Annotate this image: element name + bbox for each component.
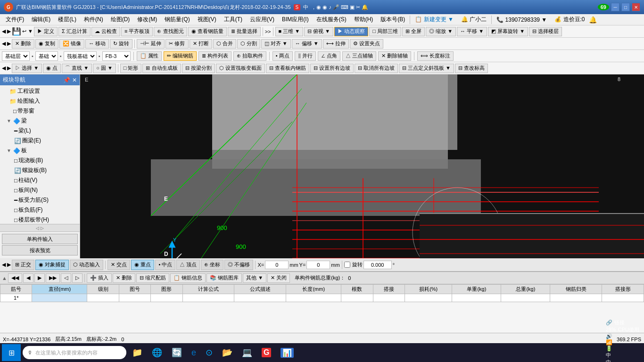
bp-insert[interactable]: ➕ 插入 [87,273,112,283]
draw-rect[interactable]: □ 矩形 [120,64,142,73]
tray-ime[interactable]: 中 [603,359,642,362]
draw-select[interactable]: ▷ 选择 ▼ [12,64,42,73]
tree-scroll-bar[interactable]: ◁ ▷ [0,224,80,231]
tb2-offset[interactable]: ↔ 偏移 ▼ [292,39,322,49]
path-pickup-btn[interactable]: ⊕ 抬取构件 [233,51,266,61]
draw-split-beam[interactable]: ⊟ 按梁分割 [182,64,215,73]
draw-point[interactable]: ◉ 点 [43,64,61,73]
y-input[interactable] [306,261,330,269]
menu-rebar-qty[interactable]: 钢筋量(Q) [161,15,193,25]
tb-screen-rotate[interactable]: ◩ 屏幕旋转 ▼ [488,27,528,36]
menu-phone[interactable]: 📞 13907298339 ▼ [493,16,551,24]
snap-object[interactable]: ◉ 对象捕捉 [35,260,69,270]
tb2-trim[interactable]: ✂ 修剪 [165,39,188,49]
path-edit-rebar-btn[interactable]: ✏ 编辑钢筋 [164,51,197,61]
tb-dynamic-obs[interactable]: ▶ 动态观察 [334,27,368,36]
taskbar-app-pc[interactable]: 💻 [238,344,256,361]
tree-item-strip-window[interactable]: □ 带形窗 [1,106,79,116]
tree-item-project-settings[interactable]: 📁 工程设置 [1,86,79,96]
menu-cloud[interactable]: 云应用(V) [246,15,278,25]
taskbar-app-ggj[interactable]: 📊 [277,344,297,361]
path-subtype-select[interactable]: 筏板基础 [64,51,97,61]
tb2-rotate[interactable]: ↻ 旋转 [110,39,132,49]
tree-item-pillar-foot[interactable]: □ 柱础(V) [1,175,79,185]
tray-lang[interactable]: 中 [603,352,642,359]
taskbar-app-folder[interactable]: 📂 [218,344,236,361]
tb-batch-select[interactable]: ≣ 批量选择 [228,27,261,36]
taskbar-app-file[interactable]: 📁 [128,344,146,361]
menu-tools[interactable]: 工具(T) [220,15,246,25]
tb2-merge[interactable]: ⬡ 合并 [213,39,236,49]
leftpanel-close[interactable]: ✕ [72,77,77,83]
draw-set-section[interactable]: ⬡ 设置筏板变截面 [216,64,265,73]
draw-slope-def[interactable]: ⊟ 三点定义斜筏板 ▼ [399,64,454,73]
bp-rebar-info[interactable]: 📋 钢筋信息 [170,273,206,283]
tree-item-beam-l[interactable]: ━ 梁(L) [1,126,79,136]
tb2-split[interactable]: ⬡ 分割 [237,39,260,49]
path-layer-select[interactable]: 基础层 [2,51,30,61]
close-btn[interactable]: ✕ [632,3,640,11]
bp-rebar-lib[interactable]: 📚 钢筋图库 [206,273,242,283]
bp-close[interactable]: ✕ 关闭 [267,273,290,283]
path-type-select[interactable]: 基础 [35,51,58,61]
bp-resize-handle[interactable]: ▲ [2,275,7,281]
tree-item-slab-neg-rebar[interactable]: □ 板负筋(F) [1,205,79,215]
bp-nav-prev2[interactable]: ◁ [61,273,71,283]
tb2-move[interactable]: ↔ 移动 [85,39,109,49]
menu-cost[interactable]: 💰 造价豆:0 [551,15,588,25]
tb-align-top[interactable]: ≡ 平齐板顶 [121,27,153,36]
report-preview-btn[interactable]: 报表预览 [2,245,78,255]
bp-other[interactable]: 其他 ▼ [243,273,266,283]
menu-edit[interactable]: 编辑(E) [28,15,54,25]
menu-component[interactable]: 构件(N) [80,15,107,25]
cell-diameter[interactable] [32,294,87,302]
x-input[interactable] [265,261,289,269]
menu-gxe[interactable]: 🔔 广小二 [457,15,490,25]
taskbar-app-ie[interactable]: e [188,344,200,361]
tb-pan[interactable]: ↔ 平移 ▼ [457,27,487,36]
draw-height[interactable]: ⊟ 查改标高 [455,64,488,73]
tb-cloud-check[interactable]: ☁ 云检查 [91,27,120,36]
path-parallel-btn[interactable]: ‖ 并行 [295,51,316,61]
tree-item-castslab[interactable]: □ 现浇板(B) [1,156,79,165]
draw-line[interactable]: ⌒ 直线 ▼ [62,64,92,73]
path-delaux-btn[interactable]: ✕ 删除辅轴 [378,51,411,61]
tree-item-slab-group[interactable]: ▼ 🔷 板 [1,146,79,156]
tree-item-draw-input[interactable]: 📁 绘图输入 [1,96,79,106]
menu-draw[interactable]: 绘图(D) [107,15,134,25]
tree-item-spiralslab[interactable]: 🔄 螺旋板(B) [1,165,79,175]
taskbar-search[interactable]: 🎙 在这里输入你要搜索的内容 [23,346,126,359]
menu-bim[interactable]: BIM应用(I) [278,15,313,25]
path-corner-btn[interactable]: ∠ 点角 [318,51,340,61]
bp-delete[interactable]: ✕ 删除 [113,273,135,283]
draw-circle[interactable]: ○ 圆 ▼ [93,64,116,73]
tree-item-beam-group[interactable]: ▼ 🔷 梁 [1,116,79,126]
path-element-select[interactable]: FB-3 [102,51,131,61]
path-props-btn[interactable]: 📋 属性 [137,51,162,61]
bp-nav-next[interactable]: ▶ [34,273,45,283]
menu-version[interactable]: 版本号(B) [377,15,409,25]
tb-find[interactable]: ⊕ 查找图元 [154,27,187,36]
snap-midpoint[interactable]: • 中点 [155,260,175,270]
path-threeaux-btn[interactable]: △ 三点辅轴 [342,51,376,61]
leftpanel-pin[interactable]: 📌 [63,77,70,83]
tb2-delete[interactable]: ✕ 删除 [12,39,34,49]
taskbar-app-edge[interactable]: ⊙ [202,344,216,361]
taskbar-app-browser[interactable]: 🌐 [148,344,166,361]
tb-calc[interactable]: Σ 汇总计算 [58,27,91,36]
table-row[interactable]: 1* [0,294,644,302]
bp-resize[interactable]: ⊟ 缩尺配筋 [136,273,169,283]
snap-dynamic[interactable]: ⬡ 动态输入 [70,260,103,270]
path-dim-btn[interactable]: ⟺ 长度标注 [417,51,454,61]
taskbar-app-sync[interactable]: 🔄 [168,344,186,361]
snap-midweight[interactable]: ◉ 重点 [131,260,154,270]
tb-fullscreen[interactable]: ⊞ 全屏 [402,27,425,36]
draw-cancel-edge[interactable]: ⊟ 取消所有边坡 [355,64,398,73]
bp-nav-next2[interactable]: ▷ [72,273,83,283]
bp-nav-prev[interactable]: ◀ [23,273,33,283]
tb2-break[interactable]: ✕ 打断 [190,39,212,49]
draw-autogen[interactable]: ⊞ 自动生成板 [142,64,181,73]
single-component-input-btn[interactable]: 单构件输入 [2,234,78,244]
minimize-btn[interactable]: ─ [611,3,619,11]
col-diameter[interactable]: 直径(mm) [32,285,87,294]
